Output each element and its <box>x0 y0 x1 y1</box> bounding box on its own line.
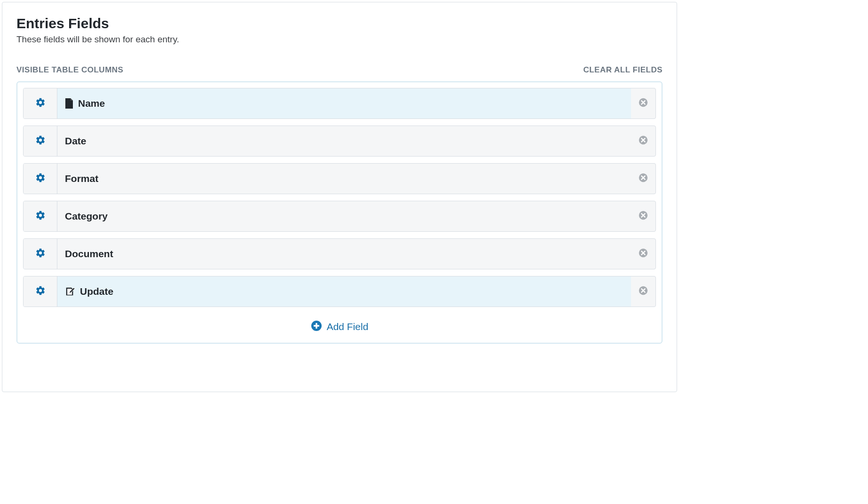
close-icon <box>638 97 648 110</box>
field-row[interactable]: Update <box>23 276 656 307</box>
field-label: Name <box>78 98 105 109</box>
close-icon <box>638 210 648 222</box>
fields-list-panel: NameDateFormatCategoryDocumentUpdate Add… <box>16 81 663 344</box>
gear-icon <box>35 248 46 260</box>
remove-field-button[interactable] <box>631 164 655 194</box>
field-settings-button[interactable] <box>24 239 57 269</box>
edit-icon <box>65 286 75 297</box>
field-settings-button[interactable] <box>24 276 57 307</box>
field-body: Category <box>57 201 631 231</box>
field-body: Update <box>57 276 631 307</box>
field-settings-button[interactable] <box>24 201 57 231</box>
section-label: VISIBLE TABLE COLUMNS <box>16 65 123 75</box>
gear-icon <box>35 97 46 110</box>
add-field-label: Add Field <box>327 321 369 332</box>
remove-field-button[interactable] <box>631 126 655 156</box>
field-label: Category <box>65 211 108 222</box>
field-settings-button[interactable] <box>24 164 57 194</box>
gear-icon <box>35 210 46 222</box>
field-label: Format <box>65 173 98 184</box>
gear-icon <box>35 135 46 147</box>
entries-fields-panel: Entries Fields These fields will be show… <box>2 2 677 392</box>
field-settings-button[interactable] <box>24 88 57 118</box>
close-icon <box>638 135 648 147</box>
field-settings-button[interactable] <box>24 126 57 156</box>
add-field-button[interactable]: Add Field <box>23 320 656 333</box>
field-row[interactable]: Name <box>23 88 656 119</box>
field-label: Update <box>80 286 113 297</box>
close-icon <box>638 248 648 260</box>
field-row[interactable]: Format <box>23 163 656 194</box>
gear-icon <box>35 173 46 185</box>
field-label: Date <box>65 135 87 147</box>
close-icon <box>638 285 648 298</box>
page-subtitle: These fields will be shown for each entr… <box>16 34 663 45</box>
file-icon <box>65 98 73 109</box>
field-body: Format <box>57 164 631 194</box>
field-row[interactable]: Date <box>23 126 656 157</box>
page-title: Entries Fields <box>16 16 663 32</box>
plus-circle-icon <box>311 320 322 333</box>
field-body: Name <box>57 88 631 118</box>
field-row[interactable]: Category <box>23 201 656 232</box>
gear-icon <box>35 285 46 298</box>
remove-field-button[interactable] <box>631 201 655 231</box>
close-icon <box>638 173 648 185</box>
remove-field-button[interactable] <box>631 239 655 269</box>
clear-all-fields-button[interactable]: CLEAR ALL FIELDS <box>583 65 663 75</box>
field-label: Document <box>65 248 113 260</box>
field-body: Document <box>57 239 631 269</box>
svg-rect-9 <box>316 323 317 329</box>
field-body: Date <box>57 126 631 156</box>
remove-field-button[interactable] <box>631 88 655 118</box>
toolbar: VISIBLE TABLE COLUMNS CLEAR ALL FIELDS <box>16 65 663 75</box>
field-row[interactable]: Document <box>23 238 656 269</box>
remove-field-button[interactable] <box>631 276 655 307</box>
